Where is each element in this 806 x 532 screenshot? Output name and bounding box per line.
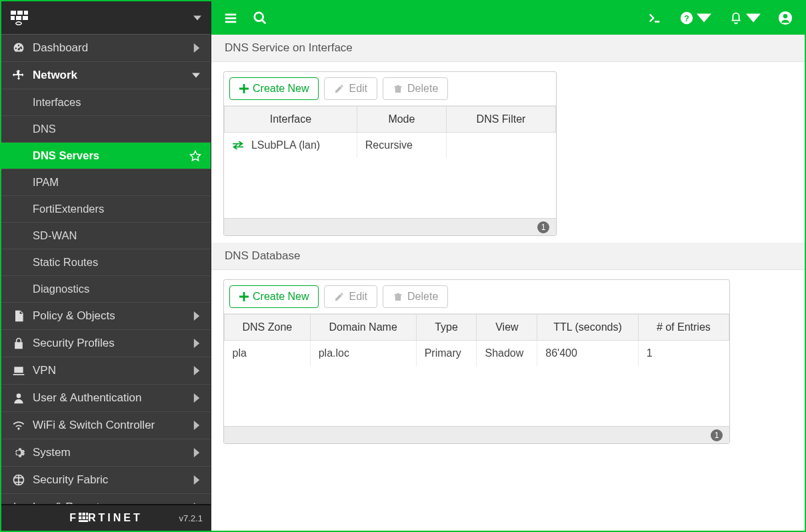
chevron-right-icon [193,421,200,430]
nav-security-fabric[interactable]: Security Fabric [1,467,211,494]
col-dns-filter[interactable]: DNS Filter [446,107,555,133]
nav-network[interactable]: Network [1,62,211,89]
gear-icon [12,446,25,459]
chevron-down-icon [193,14,201,22]
move-icon [12,69,25,82]
nav-fortiextenders[interactable]: FortiExtenders [1,196,211,223]
help-icon: ? [679,11,694,25]
chevron-right-icon [193,366,200,375]
nav-dns[interactable]: DNS [1,116,211,143]
laptop-icon [12,364,25,377]
nav-policy[interactable]: Policy & Objects [1,303,211,330]
chevron-right-icon [193,339,200,348]
nav-vpn[interactable]: VPN [1,357,211,385]
svg-rect-14 [79,520,88,522]
nav-static-routes[interactable]: Static Routes [1,249,211,276]
table-dns-service: Interface Mode DNS Filter LSubPLA (lan) … [224,106,556,158]
chevron-right-icon [193,475,200,485]
help-menu[interactable]: ? [679,11,711,25]
interface-switch-icon [233,141,243,150]
svg-rect-1 [17,11,23,15]
bell-icon [729,11,743,25]
document-icon [12,309,25,323]
pencil-icon [334,291,345,302]
account-icon[interactable] [778,11,793,25]
search-icon[interactable] [253,11,267,25]
cli-icon[interactable] [647,11,662,25]
caret-down-icon [746,11,761,25]
sidebar: Dashboard Network Interfaces DNS DNS Ser… [1,1,211,531]
svg-rect-10 [79,517,81,519]
firewall-logo-icon [11,11,28,25]
col-view[interactable]: View [477,315,537,341]
table-row[interactable]: LSubPLA (lan) Recursive [225,133,556,159]
table-row[interactable]: pla pla.loc Primary Shadow 86'400 1 [225,341,729,367]
chevron-right-icon [193,448,200,457]
svg-rect-8 [79,513,81,515]
count-badge: 1 [537,221,549,233]
nav-log-report[interactable]: Log & Report [1,494,211,504]
trash-icon [393,83,403,94]
svg-point-6 [17,393,21,398]
nav-ipam[interactable]: IPAM [1,169,211,196]
delete-button[interactable]: Delete [383,77,448,100]
lock-icon [12,337,25,350]
edit-button[interactable]: Edit [324,77,377,100]
panel-dns-database: Create New Edit Delete DNS Z [223,279,730,444]
col-ttl[interactable]: TTL (seconds) [537,315,638,341]
hamburger-icon[interactable] [223,11,238,25]
nav: Dashboard Network Interfaces DNS DNS Ser… [1,35,211,504]
col-interface[interactable]: Interface [225,107,357,133]
sidebar-brand-menu[interactable] [1,1,211,35]
svg-rect-9 [83,513,85,515]
brand-text: FRTINET [69,512,143,524]
sidebar-footer: FRTINET v7.2.1 [1,504,211,531]
plus-icon [239,84,249,93]
col-entries[interactable]: # of Entries [638,315,729,341]
nav-sdwan[interactable]: SD-WAN [1,223,211,249]
create-new-button[interactable]: Create New [229,285,319,308]
svg-rect-0 [11,11,16,15]
nav-user-auth[interactable]: User & Authentication [1,385,211,412]
notifications-menu[interactable] [729,11,761,25]
user-icon [12,391,25,405]
create-new-button[interactable]: Create New [229,77,319,100]
count-badge: 1 [711,429,723,441]
svg-text:?: ? [684,13,689,23]
nav-system[interactable]: System [1,439,211,467]
svg-point-15 [255,13,263,21]
col-domain[interactable]: Domain Name [310,315,416,341]
nav-wifi[interactable]: WiFi & Switch Controller [1,412,211,439]
chevron-right-icon [193,311,200,321]
nav-interfaces[interactable]: Interfaces [1,89,211,116]
col-zone[interactable]: DNS Zone [225,315,311,341]
chevron-right-icon [193,43,200,53]
col-mode[interactable]: Mode [357,107,446,133]
nav-dns-servers[interactable]: DNS Servers [1,143,211,169]
gauge-icon [12,41,25,55]
svg-rect-3 [11,16,15,20]
nav-security-profiles[interactable]: Security Profiles [1,330,211,357]
wifi-icon [12,419,25,432]
pencil-icon [334,83,345,94]
section-dns-service-title: DNS Service on Interface [211,35,805,62]
nav-dashboard[interactable]: Dashboard [1,35,211,62]
table-dns-database: DNS Zone Domain Name Type View TTL (seco… [224,314,729,366]
caret-down-icon [697,11,711,25]
version-label: v7.2.1 [179,513,203,523]
main: ? DNS Service on Interface Crea [211,1,805,531]
svg-rect-2 [24,11,28,15]
nav-diagnostics[interactable]: Diagnostics [1,276,211,303]
col-type[interactable]: Type [416,315,477,341]
plus-icon [239,292,249,301]
svg-rect-11 [83,517,85,519]
svg-rect-4 [16,16,21,20]
fabric-icon [12,473,25,487]
chevron-down-icon [192,72,200,79]
panel-dns-service: Create New Edit Delete Inter [223,71,557,236]
chevron-right-icon [193,393,200,403]
svg-rect-5 [23,16,28,20]
delete-button[interactable]: Delete [383,285,448,308]
trash-icon [393,291,403,302]
edit-button[interactable]: Edit [324,285,377,308]
